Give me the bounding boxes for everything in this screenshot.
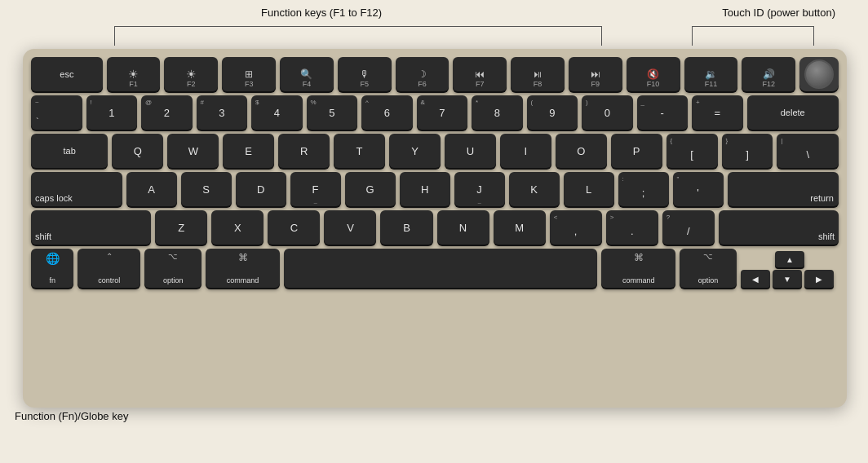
key-f8[interactable]: ⏯ F8	[511, 57, 565, 91]
key-7[interactable]: & 7	[417, 95, 468, 130]
key-arrow-left[interactable]: ◀	[741, 270, 770, 288]
key-h[interactable]: H	[400, 172, 450, 206]
key-quote[interactable]: " '	[673, 172, 724, 206]
zxcv-key-row: shift Z X C V B N M < , > . ? / shift	[31, 210, 839, 245]
key-minus[interactable]: _ -	[637, 95, 689, 130]
key-k[interactable]: K	[509, 172, 560, 206]
key-f5[interactable]: 🎙 F5	[338, 57, 392, 91]
key-period[interactable]: > .	[606, 210, 658, 245]
touch-id-sensor	[804, 60, 834, 89]
key-l[interactable]: L	[564, 172, 614, 206]
spacer-left	[743, 251, 773, 267]
key-s[interactable]: S	[181, 172, 232, 206]
asdf-key-row: caps lock A S D F _ G H J _ K L : ; " ' …	[31, 172, 839, 206]
key-1[interactable]: ! 1	[86, 95, 138, 130]
key-w[interactable]: W	[167, 134, 219, 168]
number-key-row: ~ ` ! 1 @ 2 # 3 $ 4 % 5 ^ 6 & 7	[31, 95, 839, 130]
fn-keys-annotation: Function keys (F1 to F12)	[261, 7, 382, 19]
key-j[interactable]: J _	[454, 172, 505, 206]
key-8[interactable]: * 8	[472, 95, 523, 130]
key-m[interactable]: M	[494, 210, 546, 245]
modifier-key-row: 🌐 fn ⌃ control ⌥ option ⌘ command ⌘ comm…	[31, 249, 839, 288]
key-f3[interactable]: ⊞ F3	[222, 57, 276, 91]
key-backslash[interactable]: | \	[777, 134, 839, 168]
key-f[interactable]: F _	[290, 172, 341, 206]
fn-globe-annotation: Function (Fn)/Globe key	[15, 410, 128, 422]
key-esc[interactable]: esc	[31, 57, 103, 91]
key-6[interactable]: ^ 6	[361, 95, 413, 130]
key-y[interactable]: Y	[389, 134, 441, 168]
key-x[interactable]: X	[211, 210, 264, 245]
key-q[interactable]: Q	[112, 134, 163, 168]
key-g[interactable]: G	[345, 172, 396, 206]
key-d[interactable]: D	[236, 172, 286, 206]
key-f4[interactable]: 🔍 F4	[280, 57, 334, 91]
key-arrow-up[interactable]: ▲	[775, 251, 804, 267]
arrow-key-cluster: ▲ ◀ ▼ ▶	[741, 251, 839, 288]
key-e[interactable]: E	[223, 134, 274, 168]
key-c[interactable]: C	[268, 210, 320, 245]
key-open-bracket[interactable]: { [	[666, 134, 718, 168]
keyboard: esc ☀ F1 ☀ F2 ⊞ F3 🔍 F4 🎙 F5 ☽ F6 ⏮ F7	[23, 49, 847, 408]
key-slash[interactable]: ? /	[662, 210, 715, 245]
key-caps-lock[interactable]: caps lock	[31, 172, 122, 206]
key-f6[interactable]: ☽ F6	[396, 57, 450, 91]
key-option-right[interactable]: ⌥ option	[680, 249, 737, 288]
key-v[interactable]: V	[324, 210, 376, 245]
key-shift-left[interactable]: shift	[31, 210, 151, 245]
key-4[interactable]: $ 4	[251, 95, 303, 130]
key-0[interactable]: ) 0	[582, 95, 633, 130]
key-shift-right[interactable]: shift	[719, 210, 839, 245]
key-f10[interactable]: 🔇 F10	[627, 57, 680, 91]
key-a[interactable]: A	[126, 172, 177, 206]
key-equals[interactable]: + =	[692, 95, 743, 130]
key-f11[interactable]: 🔉 F11	[684, 57, 738, 91]
key-b[interactable]: B	[380, 210, 432, 245]
key-o[interactable]: O	[556, 134, 607, 168]
key-option-left[interactable]: ⌥ option	[144, 249, 202, 288]
key-p[interactable]: P	[611, 134, 662, 168]
key-f1[interactable]: ☀ F1	[107, 57, 161, 91]
key-i[interactable]: I	[500, 134, 551, 168]
key-comma[interactable]: < ,	[550, 210, 602, 245]
key-space[interactable]	[284, 249, 597, 288]
key-arrow-down[interactable]: ▼	[773, 270, 802, 288]
key-n[interactable]: N	[437, 210, 489, 245]
key-f2[interactable]: ☀ F2	[164, 57, 218, 91]
key-9[interactable]: ( 9	[527, 95, 578, 130]
touch-id-annotation: Touch ID (power button)	[722, 7, 835, 19]
key-f12[interactable]: 🔊 F12	[742, 57, 795, 91]
key-f9[interactable]: ⏭ F9	[569, 57, 622, 91]
key-f7[interactable]: ⏮ F7	[453, 57, 507, 91]
spacer-right	[807, 251, 836, 267]
key-command-left[interactable]: ⌘ command	[206, 249, 280, 288]
key-u[interactable]: U	[445, 134, 496, 168]
fn-key-row: esc ☀ F1 ☀ F2 ⊞ F3 🔍 F4 🎙 F5 ☽ F6 ⏮ F7	[31, 57, 839, 91]
key-touch-id[interactable]	[799, 57, 839, 91]
key-5[interactable]: % 5	[307, 95, 358, 130]
key-t[interactable]: T	[334, 134, 385, 168]
key-fn-globe[interactable]: 🌐 fn	[31, 249, 73, 288]
key-return[interactable]: return	[728, 172, 839, 206]
qwerty-key-row: tab Q W E R T Y U I O P { [ } ] | \	[31, 134, 839, 168]
key-r[interactable]: R	[278, 134, 330, 168]
key-close-bracket[interactable]: } ]	[722, 134, 773, 168]
key-command-right[interactable]: ⌘ command	[601, 249, 675, 288]
key-2[interactable]: @ 2	[141, 95, 193, 130]
key-arrow-right[interactable]: ▶	[804, 270, 834, 288]
key-z[interactable]: Z	[155, 210, 207, 245]
key-delete[interactable]: delete	[747, 95, 839, 130]
key-tab[interactable]: tab	[31, 134, 108, 168]
key-3[interactable]: # 3	[197, 95, 248, 130]
key-semicolon[interactable]: : ;	[618, 172, 669, 206]
key-backtick[interactable]: ~ `	[31, 95, 82, 130]
key-control[interactable]: ⌃ control	[78, 249, 140, 288]
